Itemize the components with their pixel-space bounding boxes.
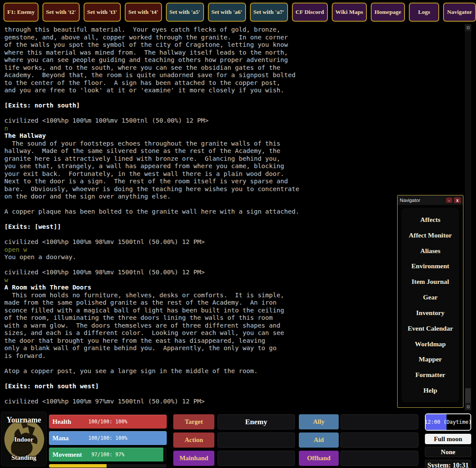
close-button[interactable]: x	[454, 197, 461, 203]
console-line: Academy. Beyond that, the room is quite …	[4, 72, 464, 79]
ally-value-field	[340, 414, 418, 429]
console-line: Next to the door is a sign. The rest of …	[4, 178, 464, 185]
world-info-panel: 12:00 (Daytime) Full moon None System: 1…	[425, 413, 471, 468]
console-line: civilized <100%hp 100%m 100%mv 1500tnl (…	[4, 117, 464, 125]
toolbar-button[interactable]: Set with 't3'	[84, 3, 121, 22]
game-output-console: through this beautiful material. Your ey…	[0, 24, 464, 411]
mud-client-app: { "toolbar": { "buttons": [ { "label": "…	[0, 0, 476, 468]
movement-value: 97/100: 97%	[49, 448, 167, 462]
console-line	[4, 231, 464, 239]
toolbar-button[interactable]: Set with 't2'	[42, 3, 80, 22]
console-line	[4, 390, 464, 398]
position-status: Standing	[2, 454, 45, 462]
toolbar-button[interactable]: Wiki Maps	[332, 3, 367, 22]
console-line: only a blank wall of granite behind you.…	[4, 344, 464, 352]
navigator-menu-item[interactable]: Inventory	[402, 309, 459, 317]
console-line: the door that brought you here from the …	[4, 337, 464, 345]
console-line: sizes, and each is a different color. Lo…	[4, 329, 464, 337]
combat-panel-right: Ally Aid Offhand	[299, 414, 418, 468]
game-time-text: 12:00 (Daytime)	[426, 414, 470, 430]
toolbar-button[interactable]: Homepage	[371, 3, 405, 22]
navigator-menu-item[interactable]: Gear	[402, 293, 459, 301]
console-line: granite here is attractively lined with …	[4, 155, 464, 163]
navigator-menu-item[interactable]: Mapper	[402, 355, 459, 363]
console-line: bare. Obviously, whoever is doing the te…	[4, 185, 464, 193]
target-label: Target	[173, 414, 214, 429]
console-line: made from the same polished granite as t…	[4, 299, 464, 307]
mainhand-value-field	[217, 451, 295, 466]
experience-tnl-bar	[49, 464, 167, 468]
weather-indicator: None	[425, 447, 471, 457]
offhand-label: Offhand	[299, 451, 339, 466]
console-line: you see that, strangely, a wall has appe…	[4, 162, 464, 170]
console-line: through this beautiful material. Your ey…	[4, 26, 464, 34]
console-line: of the room, illuminating the three door…	[4, 314, 464, 322]
navigator-menu-item[interactable]: Affects	[402, 216, 459, 224]
console-line: with a warm glow. The doors themselves a…	[4, 322, 464, 330]
movement-bar: Movement 97/100: 97%	[49, 447, 167, 462]
console-line: gemstone, and, above all, copper worked …	[4, 34, 464, 42]
console-scrollbar[interactable]	[465, 24, 471, 410]
console-line: [Exits: north south]	[4, 102, 464, 110]
toolbar-button[interactable]: Set with 'a7'	[250, 3, 288, 22]
system-time: System: 10:31	[425, 460, 471, 468]
experience-tnl-fill	[49, 464, 107, 468]
mana-value: 100/100: 100%	[49, 431, 167, 445]
scroll-down-icon	[467, 406, 470, 408]
aid-label: Aid	[299, 432, 339, 448]
console-line: A copper plaque has been bolted to the g…	[4, 208, 464, 216]
toolbar-button[interactable]: CF Discord	[292, 3, 328, 22]
action-label: Action	[173, 432, 214, 448]
navigator-menu-item[interactable]: Help	[402, 387, 459, 394]
minimize-button[interactable]: -	[446, 198, 452, 203]
ally-label: Ally	[299, 414, 339, 429]
navigator-menu-item[interactable]: Item Journal	[402, 278, 459, 286]
toolbar-button[interactable]: Navigator	[443, 3, 476, 22]
offhand-value-field	[340, 451, 418, 466]
navigator-menu-item[interactable]: Formatter	[402, 371, 459, 379]
toolbar-button[interactable]: F1: Enemy	[3, 3, 39, 22]
console-line: open w	[4, 246, 464, 254]
console-line: and you are free to 'look' at it or 'exa…	[4, 87, 464, 94]
character-panel: Yourname Indoor Standing	[1, 412, 47, 466]
toolbar-button[interactable]: Set with 'a6'	[208, 3, 246, 22]
console-line	[4, 94, 464, 102]
console-line: to the center of the floor. A sign has b…	[4, 79, 464, 87]
health-bar: Health 100/100: 100%	[49, 414, 167, 429]
toolbar-button[interactable]: Set with 'a5'	[166, 3, 204, 22]
console-line: on the door and the sign over anything e…	[4, 193, 464, 201]
scroll-down-button[interactable]	[465, 403, 471, 410]
character-name: Yourname	[2, 416, 45, 425]
console-line: civilized <100%hp 100%m 98%mv 1500tnl (5…	[4, 269, 464, 276]
console-line	[4, 360, 464, 367]
aid-value-field	[340, 432, 418, 448]
navigator-title: Navigator	[400, 198, 444, 203]
navigator-menu-item[interactable]: Environment	[402, 262, 459, 270]
navigator-menu-item[interactable]: Event Calendar	[402, 325, 459, 332]
console-line: You open a doorway.	[4, 254, 464, 261]
navigator-menu-item[interactable]: Affect Monitor	[402, 231, 459, 239]
navigator-menu-item[interactable]: Worldmap	[402, 340, 459, 348]
mana-bar: Mana 100/100: 100%	[49, 431, 167, 445]
console-line: w	[4, 276, 464, 284]
console-line: n	[4, 125, 464, 133]
toolbar-button[interactable]: Set with 't4'	[125, 3, 162, 22]
console-line: where you can see people guiding and tea…	[4, 56, 464, 64]
scrollbar-thumb[interactable]	[465, 388, 471, 403]
health-value: 100/100: 100%	[49, 415, 167, 429]
navigator-menu-item[interactable]: Aliases	[402, 247, 459, 255]
environment-status: Indoor	[2, 436, 45, 443]
scroll-up-button[interactable]	[465, 24, 471, 31]
navigator-titlebar[interactable]: Navigator - x	[398, 195, 463, 205]
vitals-panel: Health 100/100: 100% Mana 100/100: 100% …	[49, 414, 167, 468]
console-line: Atop a copper post, you see a large sign…	[4, 367, 464, 375]
bottom-status-bar: Yourname Indoor Standing Health 100/100:…	[0, 411, 476, 468]
mainhand-label: Mainhand	[173, 451, 214, 466]
console-line: [Exits: north south west]	[4, 383, 464, 390]
toolbar-button[interactable]: Logs	[409, 3, 439, 22]
scroll-up-icon	[467, 26, 470, 29]
console-line	[4, 201, 464, 208]
navigator-panel: Navigator - x AffectsAffect MonitorAlias…	[397, 195, 463, 408]
console-line: The sound of your footsteps echoes throu…	[4, 140, 464, 148]
console-line	[4, 375, 464, 383]
